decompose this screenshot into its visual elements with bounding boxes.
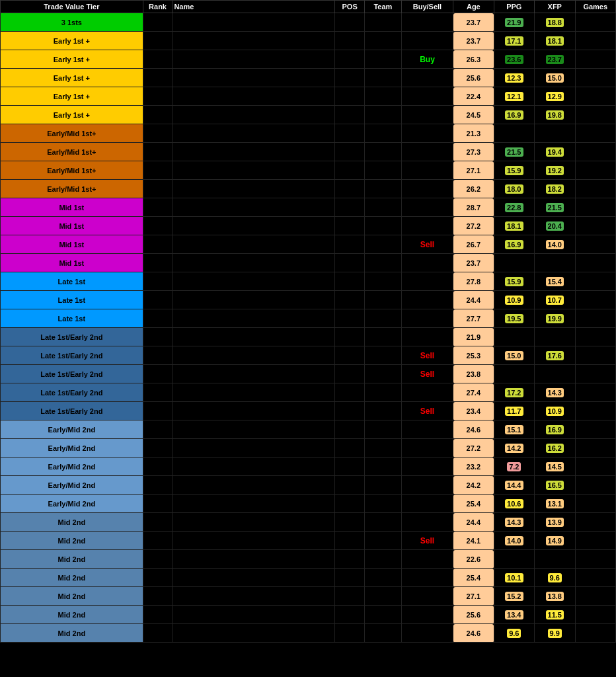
team-cell xyxy=(364,217,401,235)
table-row: Late 1st27.815.915.4 xyxy=(1,272,616,291)
buysell-cell xyxy=(401,87,453,106)
table-row: Mid 2nd24.414.313.9 xyxy=(1,513,616,532)
age-cell: 24.1 xyxy=(453,532,494,550)
tier-cell: Mid 2nd xyxy=(1,587,143,606)
games-cell xyxy=(575,161,616,180)
pos-cell xyxy=(335,606,365,624)
rank-cell xyxy=(143,550,173,569)
xfp-cell: 14.5 xyxy=(535,458,575,476)
age-cell: 22.4 xyxy=(453,87,494,106)
table-row: Early/Mid 2nd24.214.416.5 xyxy=(1,476,616,495)
table-row: Early 1st +22.412.112.9 xyxy=(1,87,616,106)
rank-cell xyxy=(143,532,173,550)
team-cell xyxy=(364,513,401,532)
pos-cell xyxy=(335,106,365,124)
team-cell xyxy=(364,198,401,217)
name-cell xyxy=(173,532,335,550)
games-cell xyxy=(575,495,616,513)
age-cell: 23.7 xyxy=(453,32,494,50)
tier-cell: Early/Mid 1st+ xyxy=(1,161,143,180)
ppg-cell: 9.6 xyxy=(494,624,534,643)
team-cell xyxy=(364,328,401,346)
name-cell xyxy=(173,180,335,198)
team-cell xyxy=(364,180,401,198)
age-cell: 24.6 xyxy=(453,624,494,643)
pos-cell xyxy=(335,420,365,439)
team-cell xyxy=(364,32,401,50)
team-cell xyxy=(364,458,401,476)
xfp-cell: 19.2 xyxy=(535,161,575,180)
tier-cell: Early 1st + xyxy=(1,69,143,87)
name-cell xyxy=(173,143,335,161)
name-cell xyxy=(173,328,335,346)
header-name: Name xyxy=(173,1,335,13)
rank-cell xyxy=(143,495,173,513)
name-cell xyxy=(173,606,335,624)
tier-cell: Late 1st/Early 2nd xyxy=(1,365,143,383)
ppg-cell xyxy=(494,550,534,569)
team-cell xyxy=(364,495,401,513)
age-cell: 25.6 xyxy=(453,69,494,87)
games-cell xyxy=(575,106,616,124)
team-cell xyxy=(364,439,401,458)
tier-cell: Mid 2nd xyxy=(1,569,143,587)
tier-cell: Late 1st/Early 2nd xyxy=(1,383,143,402)
games-cell xyxy=(575,50,616,69)
xfp-cell: 10.7 xyxy=(535,291,575,309)
tier-cell: Early 1st + xyxy=(1,87,143,106)
rank-cell xyxy=(143,476,173,495)
header-ppg: PPG xyxy=(494,1,534,13)
table-row: Mid 2nd22.6 xyxy=(1,550,616,569)
pos-cell xyxy=(335,624,365,643)
name-cell xyxy=(173,124,335,143)
pos-cell xyxy=(335,495,365,513)
tier-cell: Mid 1st xyxy=(1,254,143,272)
games-cell xyxy=(575,569,616,587)
ppg-cell: 15.0 xyxy=(494,346,534,365)
pos-cell xyxy=(335,383,365,402)
xfp-cell: 15.0 xyxy=(535,69,575,87)
xfp-cell: 17.6 xyxy=(535,346,575,365)
games-cell xyxy=(575,32,616,50)
team-cell xyxy=(364,587,401,606)
name-cell xyxy=(173,50,335,69)
pos-cell xyxy=(335,254,365,272)
buysell-cell xyxy=(401,383,453,402)
table-row: Early/Mid 2nd24.615.116.9 xyxy=(1,420,616,439)
name-cell xyxy=(173,106,335,124)
rank-cell xyxy=(143,180,173,198)
xfp-cell: 16.9 xyxy=(535,420,575,439)
table-row: Mid 1st27.218.120.4 xyxy=(1,217,616,235)
games-cell xyxy=(575,383,616,402)
buysell-cell xyxy=(401,291,453,309)
name-cell xyxy=(173,402,335,420)
buysell-cell xyxy=(401,420,453,439)
pos-cell xyxy=(335,476,365,495)
team-cell xyxy=(364,69,401,87)
pos-cell xyxy=(335,513,365,532)
buysell-cell: Sell xyxy=(401,235,453,254)
team-cell xyxy=(364,624,401,643)
name-cell xyxy=(173,439,335,458)
name-cell xyxy=(173,476,335,495)
pos-cell xyxy=(335,587,365,606)
pos-cell xyxy=(335,365,365,383)
buysell-cell xyxy=(401,513,453,532)
team-cell xyxy=(364,272,401,291)
rank-cell xyxy=(143,328,173,346)
age-cell: 25.3 xyxy=(453,346,494,365)
xfp-cell: 11.5 xyxy=(535,606,575,624)
pos-cell xyxy=(335,87,365,106)
tier-cell: Mid 1st xyxy=(1,235,143,254)
xfp-cell xyxy=(535,254,575,272)
name-cell xyxy=(173,32,335,50)
tier-cell: Mid 1st xyxy=(1,217,143,235)
pos-cell xyxy=(335,402,365,420)
team-cell xyxy=(364,50,401,69)
ppg-cell: 12.1 xyxy=(494,87,534,106)
rank-cell xyxy=(143,198,173,217)
age-cell: 22.6 xyxy=(453,550,494,569)
pos-cell xyxy=(335,569,365,587)
tier-cell: Late 1st/Early 2nd xyxy=(1,328,143,346)
games-cell xyxy=(575,254,616,272)
